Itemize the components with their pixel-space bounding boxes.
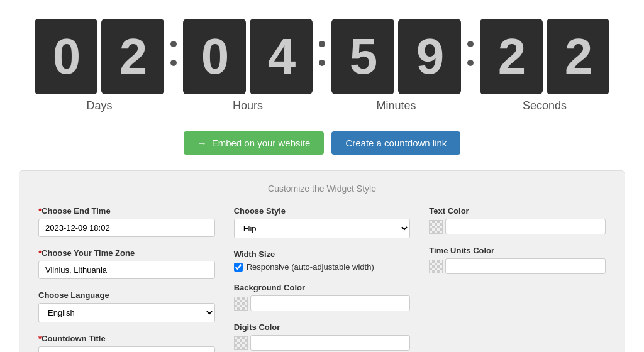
separator-1 [164, 41, 183, 91]
units-color-input-wrap [429, 258, 606, 274]
end-time-label: *Choose End Time [38, 206, 215, 216]
separator-2 [313, 41, 331, 91]
seconds-group: 2 2 Seconds [480, 19, 609, 113]
arrow-icon: → [197, 138, 207, 148]
hours-group: 0 4 Hours [183, 19, 313, 113]
units-color-group: Time Units Color [429, 246, 606, 274]
minutes-tens: 5 [331, 19, 394, 94]
minutes-group: 5 9 Minutes [331, 19, 461, 113]
hours-label: Hours [233, 99, 263, 113]
separator-3 [461, 41, 480, 91]
column-3: Text Color Time Units Color [429, 206, 606, 352]
seconds-tens: 2 [480, 19, 543, 94]
dot-top [319, 41, 325, 47]
style-label: Choose Style [234, 206, 411, 216]
units-color-checker [429, 260, 443, 273]
language-select[interactable]: English Lithuanian German French [38, 303, 215, 322]
text-color-input-wrap [429, 219, 606, 234]
end-time-input[interactable] [38, 219, 215, 237]
units-color-label: Time Units Color [429, 246, 606, 255]
digits-color-group: Digits Color [234, 322, 411, 351]
minutes-label: Minutes [376, 99, 416, 113]
column-2: Choose Style Flip Simple Circle Width Si… [234, 206, 411, 352]
responsive-wrap: Responsive (auto-adjustable width) [234, 262, 411, 272]
end-time-group: *Choose End Time [38, 206, 215, 237]
responsive-label: Responsive (auto-adjustable width) [247, 262, 374, 272]
digits-color-input-wrap [234, 335, 411, 351]
text-color-checker [429, 220, 443, 234]
dot-bottom [319, 60, 325, 66]
timezone-label: *Choose Your Time Zone [38, 248, 215, 258]
days-tens: 0 [35, 19, 97, 94]
bg-color-group: Background Color [234, 283, 411, 311]
timezone-group: *Choose Your Time Zone [38, 248, 215, 279]
bg-color-input[interactable] [250, 295, 411, 311]
language-label: Choose Language [38, 290, 215, 300]
text-color-input[interactable] [445, 219, 606, 234]
width-group: Width Size Responsive (auto-adjustable w… [234, 250, 411, 272]
hours-ones: 4 [250, 19, 313, 94]
bg-color-input-wrap [234, 295, 411, 311]
seconds-label: Seconds [523, 99, 567, 113]
countdown-title-input[interactable] [38, 346, 215, 352]
days-ones: 2 [101, 19, 164, 94]
dot-bottom [467, 60, 474, 66]
days-group: 0 2 Days [35, 19, 164, 113]
bg-color-checker [234, 297, 248, 311]
timezone-input[interactable] [38, 261, 215, 279]
countdown-title-group: *Countdown Title [38, 334, 215, 352]
digits-color-label: Digits Color [234, 322, 411, 332]
action-buttons: → Embed on your website Create a countdo… [0, 119, 644, 170]
text-color-label: Text Color [429, 206, 606, 216]
units-color-input[interactable] [445, 258, 606, 274]
seconds-cards: 2 2 [480, 19, 609, 94]
seconds-ones: 2 [547, 19, 609, 94]
countdown-link-label: Create a countdown link [345, 138, 447, 148]
customize-grid: *Choose End Time *Choose Your Time Zone … [38, 206, 606, 352]
minutes-cards: 5 9 [331, 19, 461, 94]
hours-cards: 0 4 [183, 19, 313, 94]
hours-tens: 0 [183, 19, 246, 94]
days-label: Days [86, 99, 112, 113]
digits-color-checker [234, 336, 248, 350]
responsive-checkbox[interactable] [234, 263, 243, 272]
minutes-ones: 9 [398, 19, 461, 94]
width-label: Width Size [234, 250, 411, 259]
style-group: Choose Style Flip Simple Circle [234, 206, 411, 238]
countdown-display: 0 2 Days 0 4 Hours 5 9 Minutes 2 2 [0, 0, 644, 119]
dot-bottom [170, 60, 177, 66]
customize-section: Customize the Widget Style *Choose End T… [19, 170, 625, 352]
column-1: *Choose End Time *Choose Your Time Zone … [38, 206, 215, 352]
dot-top [170, 41, 177, 47]
embed-label: Embed on your website [212, 138, 311, 148]
days-cards: 0 2 [35, 19, 164, 94]
embed-button[interactable]: → Embed on your website [184, 131, 325, 155]
create-countdown-button[interactable]: Create a countdown link [331, 131, 460, 155]
bg-color-label: Background Color [234, 283, 411, 292]
text-color-group: Text Color [429, 206, 606, 234]
dot-top [467, 41, 474, 47]
language-group: Choose Language English Lithuanian Germa… [38, 290, 215, 322]
countdown-title-label: *Countdown Title [38, 334, 215, 343]
digits-color-input[interactable] [250, 335, 411, 351]
customize-title: Customize the Widget Style [38, 184, 606, 194]
style-select[interactable]: Flip Simple Circle [234, 219, 411, 238]
